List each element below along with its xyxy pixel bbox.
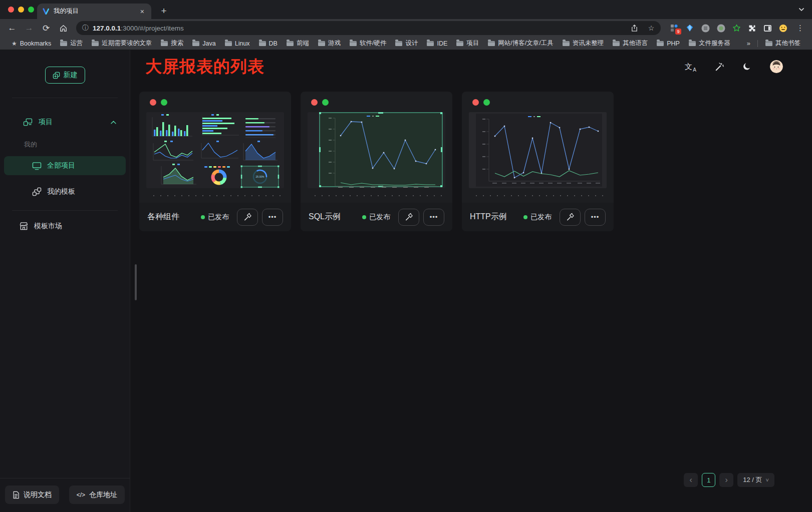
bookmark-folder-label: 近期需要读的文章 bbox=[102, 39, 152, 48]
edit-project-button[interactable] bbox=[237, 209, 258, 226]
bookmark-folder-label: 前端 bbox=[297, 39, 309, 48]
status-badge: 已发布 bbox=[362, 213, 390, 222]
user-avatar[interactable] bbox=[770, 60, 783, 73]
more-actions-button[interactable]: ••• bbox=[423, 209, 444, 226]
sidebar-item-label: 模板市场 bbox=[34, 222, 62, 231]
extension-dot-circle-icon[interactable] bbox=[716, 24, 725, 33]
dark-mode-moon-icon[interactable] bbox=[742, 62, 751, 71]
tab-close-icon[interactable]: × bbox=[138, 8, 146, 16]
project-card[interactable]: HTTP示例 已发布 ••• bbox=[462, 92, 614, 231]
bookmark-folder[interactable]: IDE bbox=[422, 40, 452, 47]
browser-menu-icon[interactable]: ⋮ bbox=[793, 24, 807, 33]
next-page-button[interactable]: › bbox=[719, 473, 733, 487]
bookmark-folder[interactable]: 网站/博客/文章/工具 bbox=[483, 39, 558, 48]
bookmark-folder[interactable]: 项目 bbox=[452, 39, 483, 48]
bookmark-folder[interactable]: 运营 bbox=[56, 39, 87, 48]
prev-page-button[interactable]: ‹ bbox=[684, 473, 698, 487]
project-thumbnail[interactable]: 25.00% bbox=[146, 112, 284, 188]
status-dot bbox=[523, 215, 527, 219]
sidebar-item-my-templates[interactable]: 我的模板 bbox=[4, 182, 126, 201]
status-dot bbox=[201, 215, 205, 219]
bookmark-folder[interactable]: 搜索 bbox=[156, 39, 188, 48]
project-thumbnail[interactable] bbox=[469, 112, 607, 188]
home-button[interactable] bbox=[56, 21, 70, 35]
site-info-icon[interactable]: ⓘ bbox=[82, 24, 89, 33]
browser-tab[interactable]: 我的项目 × bbox=[37, 4, 151, 19]
bookmark-folder-label: 文件服务器 bbox=[699, 39, 730, 48]
back-button[interactable]: ← bbox=[5, 21, 19, 35]
bookmark-folder[interactable]: 游戏 bbox=[314, 39, 345, 48]
extension-grid-icon[interactable]: 9 bbox=[670, 24, 679, 33]
sidebar-item-template-market[interactable]: 模板市场 bbox=[4, 217, 126, 236]
bookmark-folder[interactable]: 其他语言 bbox=[608, 39, 652, 48]
browser-toolbar: ← → ⟳ ⓘ 127.0.0.1:3000/#/project/items ☆… bbox=[0, 19, 812, 37]
bookmark-folder-label: Linux bbox=[235, 40, 250, 47]
tab-search-chevron-icon[interactable] bbox=[798, 6, 805, 13]
bookmark-folder-label: 设计 bbox=[405, 39, 418, 48]
bookmark-folder[interactable]: DB bbox=[254, 40, 282, 47]
edit-project-button[interactable] bbox=[398, 209, 419, 226]
window-minimize-button[interactable] bbox=[18, 7, 24, 13]
window-zoom-button[interactable] bbox=[28, 7, 34, 13]
tab-strip: 我的项目 × + bbox=[0, 0, 812, 19]
current-page-button[interactable]: 1 bbox=[702, 473, 715, 487]
extensions-area: 9 bbox=[667, 24, 790, 33]
bookmark-star-icon[interactable]: ☆ bbox=[645, 24, 658, 32]
emoji-extension-icon[interactable] bbox=[778, 24, 787, 33]
share-icon[interactable] bbox=[628, 24, 641, 32]
chevron-up-icon[interactable] bbox=[110, 120, 117, 125]
magic-wand-icon[interactable] bbox=[714, 62, 724, 72]
repo-button[interactable]: </> 仓库地址 bbox=[69, 485, 125, 504]
more-actions-button[interactable]: ••• bbox=[262, 209, 283, 226]
extension-circle-icon[interactable] bbox=[701, 24, 710, 33]
docs-button[interactable]: 说明文档 bbox=[5, 485, 59, 504]
extension-star-icon[interactable] bbox=[732, 24, 741, 33]
edit-project-button[interactable] bbox=[560, 209, 581, 226]
card-decoration-dots bbox=[301, 92, 452, 106]
bookmark-folder[interactable]: 资讯未整理 bbox=[558, 39, 609, 48]
red-dot bbox=[311, 99, 318, 106]
status-label: 已发布 bbox=[530, 213, 552, 222]
extension-badge: 9 bbox=[675, 29, 681, 35]
forward-button[interactable]: → bbox=[22, 21, 36, 35]
red-dot bbox=[150, 99, 156, 106]
project-name: SQL示例 bbox=[309, 212, 341, 222]
bookmark-folder[interactable]: 前端 bbox=[282, 39, 314, 48]
new-project-button[interactable]: 新建 bbox=[45, 67, 85, 84]
template-icon bbox=[32, 187, 42, 196]
bookmarks-overflow-chevron[interactable]: » bbox=[743, 40, 754, 47]
page-size-select[interactable]: 12 / 页 ˅ bbox=[737, 473, 774, 487]
other-bookmarks-folder[interactable]: 其他书签 bbox=[761, 39, 805, 48]
bookmark-folder-label: 运营 bbox=[70, 39, 83, 48]
chevron-down-icon: ˅ bbox=[766, 477, 769, 483]
bookmark-folder[interactable]: 近期需要读的文章 bbox=[87, 39, 156, 48]
bookmark-folder-label: 项目 bbox=[466, 39, 479, 48]
sidebar: 新建 项目 我的 全部项目 bbox=[0, 50, 130, 512]
bookmark-folder[interactable]: PHP bbox=[652, 40, 684, 47]
bookmarks-divider bbox=[757, 40, 758, 47]
scrollbar-thumb[interactable] bbox=[135, 264, 137, 300]
more-actions-button[interactable]: ••• bbox=[585, 209, 606, 226]
url-path: :3000/#/project/items bbox=[121, 25, 183, 32]
side-panel-icon[interactable] bbox=[763, 24, 772, 33]
bookmark-folder[interactable]: Linux bbox=[220, 40, 254, 47]
bookmark-folder[interactable]: Java bbox=[188, 40, 220, 47]
bookmark-folder[interactable]: 设计 bbox=[391, 39, 422, 48]
new-tab-button[interactable]: + bbox=[157, 6, 170, 17]
project-thumbnail[interactable] bbox=[308, 112, 445, 188]
folder-icon bbox=[657, 41, 664, 46]
add-copy-icon bbox=[53, 72, 60, 79]
language-toggle-icon[interactable]: 文 A bbox=[685, 62, 696, 72]
extension-gem-icon[interactable] bbox=[685, 24, 694, 33]
bookmark-folder[interactable]: 文件服务器 bbox=[684, 39, 735, 48]
url-bar[interactable]: ⓘ 127.0.0.1:3000/#/project/items ☆ bbox=[76, 21, 661, 35]
bookmark-folder[interactable]: 软件/硬件 bbox=[345, 39, 391, 48]
project-card[interactable]: 25.00% 各种组件 已发布 bbox=[139, 92, 291, 231]
project-card[interactable]: SQL示例 已发布 ••• bbox=[301, 92, 452, 231]
sidebar-item-all-projects[interactable]: 全部项目 bbox=[4, 156, 126, 175]
window-close-button[interactable] bbox=[8, 7, 14, 13]
extensions-puzzle-icon[interactable] bbox=[747, 24, 756, 33]
bookmarks-manager-item[interactable]: ★ Bookmarks bbox=[7, 40, 56, 47]
reload-button[interactable]: ⟳ bbox=[39, 21, 53, 35]
sidebar-group-projects[interactable]: 项目 bbox=[0, 112, 130, 132]
